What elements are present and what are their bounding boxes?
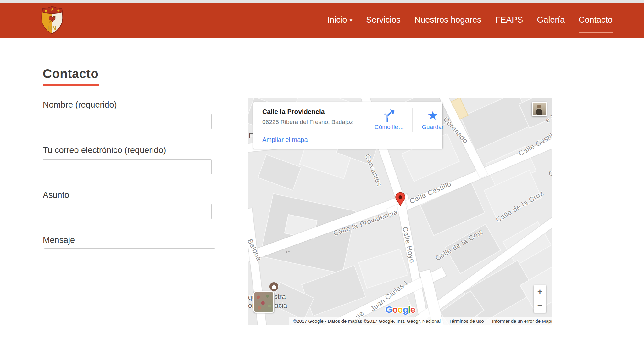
poi-label-fragment: acia (275, 301, 287, 310)
place-photo-thumbnail[interactable] (253, 291, 274, 313)
email-input[interactable] (43, 159, 212, 174)
directions-label: Cómo lle… (370, 124, 408, 131)
contact-page: ★ ★ ★ HN Inicio▾ Servicios Nuestros hoga… (0, 0, 644, 342)
nav-item-nuestros-hogares[interactable]: Nuestros hogares (414, 16, 481, 25)
directions-icon (383, 109, 396, 122)
expand-map-link[interactable]: Ampliar el mapa (262, 136, 308, 143)
title-underline (43, 84, 99, 86)
browser-top-strip (0, 0, 644, 3)
asunto-input[interactable] (43, 204, 212, 219)
mensaje-label: Mensaje (43, 235, 75, 245)
save-place-button[interactable]: ★ Guardar (414, 108, 452, 131)
streetview-photo-thumbnail[interactable] (532, 102, 547, 116)
nav-item-inicio[interactable]: Inicio▾ (327, 16, 353, 25)
zoom-out-button[interactable]: − (534, 299, 546, 313)
nav-item-feaps[interactable]: FEAPS (495, 16, 523, 25)
google-map[interactable]: Coronado Cervantes Calle Castillo Calle … (248, 98, 552, 325)
nombre-input[interactable] (43, 114, 212, 129)
svg-text:★: ★ (44, 8, 48, 13)
site-logo[interactable]: ★ ★ ★ HN (40, 4, 64, 36)
card-divider (412, 108, 413, 132)
poi-label-fragment: stra (274, 293, 286, 301)
svg-text:★: ★ (51, 7, 54, 12)
mensaje-textarea[interactable] (43, 248, 216, 342)
place-title: Calle la Providencia (262, 108, 325, 115)
nav-item-galeria[interactable]: Galería (537, 16, 565, 25)
map-zoom-control: + − (534, 285, 546, 313)
section-divider (43, 93, 604, 93)
map-attribution-bar: ©2017 Google - Datos de mapas ©2017 Goog… (289, 317, 552, 325)
logo-initials: HN (48, 25, 56, 31)
star-icon: ★ (427, 109, 438, 121)
asunto-label: Asunto (43, 190, 69, 200)
terms-link[interactable]: Términos de uso (449, 318, 484, 324)
map-label-fragment-c: C (549, 169, 552, 177)
page-title: Contacto (43, 67, 98, 81)
svg-text:★: ★ (57, 8, 60, 13)
map-marker-icon[interactable] (395, 192, 406, 206)
report-error-link[interactable]: Informar de un error de Maps (492, 318, 552, 324)
map-copyright: ©2017 Google - Datos de mapas ©2017 Goog… (293, 318, 441, 324)
place-address: 06225 Ribera del Fresno, Badajoz (262, 119, 353, 126)
site-header: ★ ★ ★ HN Inicio▾ Servicios Nuestros hoga… (0, 3, 644, 38)
map-info-card: Calle la Providencia 06225 Ribera del Fr… (253, 102, 442, 149)
google-logo[interactable]: Google (386, 305, 415, 315)
email-label: Tu correo electrónico (requerido) (43, 145, 166, 155)
save-label: Guardar (414, 124, 452, 131)
church-poi-icon[interactable] (269, 282, 279, 291)
chevron-down-icon: ▾ (350, 17, 353, 23)
main-nav: Inicio▾ Servicios Nuestros hogares FEAPS… (327, 3, 613, 38)
nav-item-servicios[interactable]: Servicios (366, 16, 401, 25)
nav-item-contacto[interactable]: Contacto (579, 16, 613, 25)
map-building (258, 154, 302, 191)
directions-button[interactable]: Cómo lle… (370, 108, 408, 131)
nombre-label: Nombre (requerido) (43, 100, 117, 110)
zoom-in-button[interactable]: + (534, 285, 546, 299)
